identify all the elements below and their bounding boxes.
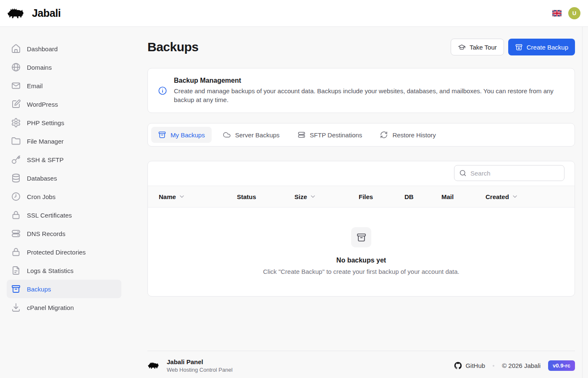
search-box: [454, 165, 564, 181]
backups-table-card: Name Status Size Files DB Mail Created: [147, 161, 575, 297]
cloud-icon: [223, 131, 231, 139]
home-icon: [11, 44, 21, 54]
empty-state: No backups yet Click "Create Backup" to …: [148, 207, 575, 296]
table-toolbar: [148, 161, 575, 186]
tab-server-backups[interactable]: Server Backups: [216, 127, 286, 143]
folder-icon: [11, 136, 21, 146]
footer-tagline: Web Hosting Control Panel: [167, 367, 233, 373]
server-icon: [11, 228, 21, 239]
main-content: Backups Take Tour Create Backup Backup M…: [128, 27, 588, 378]
file-text-icon: [11, 265, 21, 276]
column-header-mail: Mail: [441, 193, 486, 200]
sidebar-item-cron-jobs[interactable]: Cron Jobs: [7, 187, 121, 206]
create-backup-label: Create Backup: [527, 44, 568, 51]
sidebar-item-dns-records[interactable]: DNS Records: [7, 224, 121, 243]
sidebar-item-cpanel-migration[interactable]: cPanel Migration: [7, 298, 121, 317]
database-icon: [11, 173, 21, 183]
page-title: Backups: [147, 40, 199, 54]
sidebar-item-label: Domains: [27, 64, 52, 71]
sidebar-item-databases[interactable]: Databases: [7, 169, 121, 187]
page-actions: Take Tour Create Backup: [451, 39, 575, 55]
sidebar-item-label: SSH & SFTP: [27, 156, 64, 163]
sidebar-item-ssl-certificates[interactable]: SSL Certificates: [7, 206, 121, 224]
archive-icon: [356, 232, 367, 243]
tab-label: SFTP Destinations: [310, 131, 362, 139]
empty-state-title: No backups yet: [336, 257, 386, 264]
chevron-down-icon: [310, 193, 316, 200]
github-label: GitHub: [465, 362, 485, 369]
column-header-size[interactable]: Size: [294, 193, 359, 200]
chevron-down-icon: [178, 193, 185, 200]
github-link[interactable]: GitHub: [454, 362, 485, 370]
sidebar-item-wordpress[interactable]: WordPress: [7, 95, 121, 113]
footer-brand-text: Jabali Panel Web Hosting Control Panel: [167, 358, 233, 373]
version-badge: v0.9-rc: [548, 360, 575, 371]
empty-state-description: Click "Create Backup" to create your fir…: [263, 268, 459, 275]
sidebar-item-file-manager[interactable]: File Manager: [7, 132, 121, 150]
footer-meta: GitHub © 2026 Jabali v0.9-rc: [454, 360, 575, 371]
sidebar-item-dashboard[interactable]: Dashboard: [7, 39, 121, 58]
sidebar-item-label: Protected Directories: [27, 249, 86, 256]
clock-icon: [11, 192, 21, 202]
sidebar-item-domains[interactable]: Domains: [7, 58, 121, 76]
copyright-text: © 2026 Jabali: [502, 362, 541, 369]
column-header-name[interactable]: Name: [159, 193, 237, 200]
lock-icon: [11, 247, 21, 257]
search-input[interactable]: [454, 165, 564, 181]
sidebar-item-label: Databases: [27, 175, 57, 182]
sidebar-item-label: Logs & Statistics: [27, 267, 74, 274]
create-backup-button[interactable]: Create Backup: [508, 39, 575, 55]
tab-label: Restore History: [392, 131, 436, 139]
sidebar-item-ssh-sftp[interactable]: SSH & SFTP: [7, 150, 121, 169]
search-icon: [459, 169, 467, 177]
sidebar-item-label: DNS Records: [27, 230, 66, 237]
sidebar-item-label: cPanel Migration: [27, 304, 74, 311]
sidebar-item-label: PHP Settings: [27, 119, 64, 126]
download-icon: [11, 302, 21, 312]
info-card: Backup Management Create and manage back…: [147, 68, 575, 113]
take-tour-button[interactable]: Take Tour: [451, 39, 504, 55]
column-header-created[interactable]: Created: [486, 193, 575, 200]
tab-label: My Backups: [171, 131, 205, 139]
chevron-down-icon: [512, 193, 518, 200]
separator-dot: [493, 365, 494, 367]
sidebar-item-email[interactable]: Email: [7, 76, 121, 95]
sidebar-item-protected-directories[interactable]: Protected Directories: [7, 243, 121, 261]
info-card-title: Backup Management: [174, 77, 564, 84]
server-icon: [297, 131, 306, 139]
uk-flag-icon: [552, 10, 562, 16]
sidebar-item-label: SSL Certificates: [27, 212, 72, 219]
user-avatar[interactable]: U: [568, 7, 580, 19]
footer-brand: Jabali Panel Web Hosting Control Panel: [147, 358, 233, 373]
footer: Jabali Panel Web Hosting Control Panel G…: [147, 351, 575, 378]
sidebar-item-label: Dashboard: [27, 45, 58, 52]
tab-restore-history[interactable]: Restore History: [373, 127, 442, 143]
sidebar: Dashboard Domains Email WordPress PHP Se…: [0, 27, 128, 378]
scrollbar-track[interactable]: [582, 0, 588, 378]
tab-my-backups[interactable]: My Backups: [151, 127, 212, 143]
tab-sftp-destinations[interactable]: SFTP Destinations: [291, 127, 369, 143]
archive-icon: [158, 131, 166, 139]
sidebar-item-label: Backups: [27, 286, 51, 293]
column-header-files: Files: [359, 193, 404, 200]
sidebar-item-label: WordPress: [27, 101, 58, 108]
sidebar-item-logs-statistics[interactable]: Logs & Statistics: [7, 261, 121, 280]
brand[interactable]: Jabali: [7, 6, 60, 21]
sidebar-item-label: Cron Jobs: [27, 193, 55, 200]
info-icon: [158, 86, 167, 95]
language-flag-button[interactable]: [552, 10, 562, 16]
sidebar-item-label: Email: [27, 82, 43, 89]
column-header-db: DB: [404, 193, 441, 200]
lock-icon: [11, 210, 21, 220]
empty-state-icon-box: [351, 227, 371, 247]
key-icon: [11, 155, 21, 165]
gear-icon: [11, 118, 21, 128]
sidebar-item-label: File Manager: [27, 138, 64, 145]
archive-icon: [11, 284, 21, 294]
column-header-status: Status: [237, 193, 294, 200]
table-header-row: Name Status Size Files DB Mail Created: [148, 186, 575, 207]
jabali-logo-icon: [7, 6, 27, 21]
graduation-cap-icon: [458, 43, 466, 51]
sidebar-item-backups[interactable]: Backups: [7, 280, 121, 298]
sidebar-item-php-settings[interactable]: PHP Settings: [7, 113, 121, 132]
